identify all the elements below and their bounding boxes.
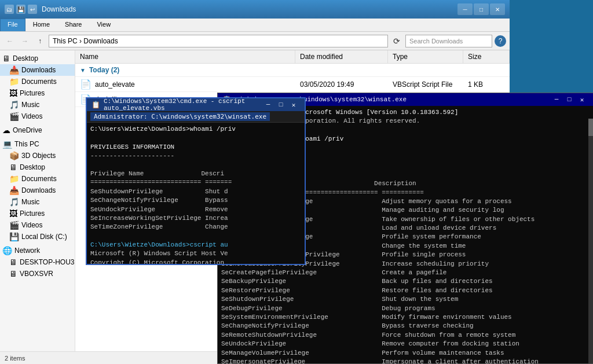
documents-icon: 📁 bbox=[9, 77, 19, 86]
sidebar-label: OneDrive bbox=[13, 126, 42, 134]
help-button[interactable]: ? bbox=[495, 35, 506, 47]
sidebar: 🖥 Desktop 📥 Downloads 📁 Documents 🖼 Pict… bbox=[0, 50, 75, 351]
col-name[interactable]: Name bbox=[75, 50, 295, 63]
sidebar-item-onedrive[interactable]: ☁ OneDrive bbox=[0, 124, 75, 136]
sidebar-item-music2[interactable]: 🎵 Music bbox=[0, 196, 75, 208]
maximize-button[interactable]: □ bbox=[474, 3, 489, 15]
tab-file[interactable]: File bbox=[0, 19, 25, 31]
minimize-button[interactable]: ─ bbox=[457, 3, 473, 15]
sidebar-item-desktop-hou[interactable]: 🖥 DESKTOP-HOU3 bbox=[0, 256, 75, 268]
sidebar-item-documents[interactable]: 📁 Documents bbox=[0, 76, 75, 87]
sidebar-item-downloads2[interactable]: 📥 Downloads bbox=[0, 185, 75, 196]
admin-overlay-bar: Administrator: C:\windows\system32\winsa… bbox=[87, 111, 305, 123]
sidebar-item-downloads[interactable]: 📥 Downloads bbox=[0, 64, 75, 76]
network-icon: 🌐 bbox=[2, 246, 12, 255]
quick-access-icon[interactable]: 🗂 bbox=[5, 5, 14, 14]
titlebar-controls: ─ □ ✕ bbox=[457, 3, 505, 15]
sidebar-item-videos2[interactable]: 🎬 Videos bbox=[0, 219, 75, 231]
tab-share[interactable]: Share bbox=[57, 19, 89, 31]
sidebar-item-desktop-quick[interactable]: 🖥 Desktop bbox=[0, 53, 75, 64]
col-date[interactable]: Date modified bbox=[295, 50, 388, 63]
sidebar-item-pictures[interactable]: 🖼 Pictures bbox=[0, 87, 75, 99]
sidebar-item-music[interactable]: 🎵 Music bbox=[0, 99, 75, 111]
cmd-user-window[interactable]: 📋 C:\Windows\System32\cmd.exe - cscript … bbox=[86, 97, 306, 265]
desktop-hou-icon: 🖥 bbox=[9, 258, 17, 267]
cmd-admin-close[interactable]: ✕ bbox=[576, 94, 588, 105]
thispc-icon: 💻 bbox=[2, 139, 12, 149]
user-line-3: PRIVILEGES INFORMATION bbox=[90, 143, 301, 152]
sidebar-item-desktop2[interactable]: 🖥 Desktop bbox=[0, 161, 75, 173]
user-line-16: Copyright (C) Microsoft Corporation bbox=[90, 259, 301, 264]
sidebar-label: Pictures bbox=[20, 209, 45, 218]
sidebar-item-videos[interactable]: 🎬 Videos bbox=[0, 111, 75, 122]
sidebar-label: Music bbox=[21, 198, 39, 206]
sidebar-item-vboxsvr[interactable]: 🖥 VBOXSVR bbox=[0, 268, 75, 280]
address-path[interactable]: This PC › Downloads bbox=[49, 35, 388, 47]
file-name-text: auto_elevate bbox=[95, 80, 135, 89]
user-line-9: SeChangeNotifyPrivilege Bypass bbox=[90, 196, 301, 205]
sidebar-label: Documents bbox=[21, 175, 57, 183]
cmd-line-25: SeChangeNotifyPrivilege Bypass traverse … bbox=[221, 322, 590, 330]
file-row-auto-elevate[interactable]: 📄 auto_elevate 03/05/2020 19:49 VBScript… bbox=[75, 77, 510, 92]
music2-icon: 🎵 bbox=[9, 197, 19, 207]
group-chevron: ▼ bbox=[80, 67, 86, 73]
cmd-line-21: SeRestorePrivilege Restore files and dir… bbox=[221, 286, 590, 295]
forward-button[interactable]: → bbox=[19, 35, 31, 47]
cmd-admin-maximize[interactable]: □ bbox=[563, 94, 576, 105]
user-line-15: Microsoft (R) Windows Script Host Ve bbox=[90, 249, 301, 258]
user-line-1: C:\Users\Wietze\Downloads>whoami /priv bbox=[90, 125, 301, 134]
sidebar-label: Desktop bbox=[13, 54, 38, 62]
search-box[interactable]: Search Downloads bbox=[405, 35, 492, 47]
sidebar-label: This PC bbox=[14, 140, 39, 148]
cmd-user-maximize[interactable]: □ bbox=[274, 100, 287, 110]
sidebar-item-thispc[interactable]: 💻 This PC bbox=[0, 138, 75, 150]
user-line-11: SeIncreaseWorkingSetPrivilege Increa bbox=[90, 214, 301, 223]
back-button[interactable]: ← bbox=[3, 35, 16, 47]
group-label: Today (2) bbox=[89, 66, 119, 74]
refresh-button[interactable]: ⟳ bbox=[390, 35, 403, 47]
cmd-line-19: SeCreatePagefilePrivilege Create a pagef… bbox=[221, 269, 590, 277]
sidebar-label: Music bbox=[21, 101, 39, 109]
col-size[interactable]: Size bbox=[463, 50, 510, 63]
sidebar-item-network[interactable]: 🌐 Network bbox=[0, 245, 75, 256]
user-line-14: C:\Users\Wietze\Downloads>cscript au bbox=[90, 241, 301, 249]
user-line-2 bbox=[90, 134, 301, 142]
cmd-line-24: SeSystemEnvironmentPrivilege Modify firm… bbox=[221, 313, 590, 322]
pictures2-icon: 🖼 bbox=[9, 209, 17, 218]
cmd-admin-minimize[interactable]: ─ bbox=[550, 94, 563, 105]
cmd-user-close[interactable]: ✕ bbox=[287, 100, 300, 110]
explorer-title: Downloads bbox=[42, 5, 457, 13]
quick-undo-icon[interactable]: ↩ bbox=[28, 5, 37, 14]
cmd-user-icon: 📋 bbox=[91, 101, 100, 109]
sidebar-item-localdisk[interactable]: 💾 Local Disk (C:) bbox=[0, 231, 75, 242]
vboxsvr-icon: 🖥 bbox=[9, 269, 17, 278]
sidebar-label: Downloads bbox=[21, 186, 56, 194]
cmd-user-title: C:\Windows\System32\cmd.exe - cscript au… bbox=[104, 98, 262, 112]
close-button[interactable]: ✕ bbox=[490, 3, 505, 15]
explorer-titlebar: 🗂 💾 ↩ Downloads ─ □ ✕ bbox=[0, 0, 510, 19]
cmd-admin-scrollbar-thumb bbox=[588, 119, 593, 136]
cmd-line-29: SeImpersonatePrivilege Impersonate a cli… bbox=[221, 358, 590, 363]
up-button[interactable]: ↑ bbox=[34, 35, 46, 47]
cmd-user-minimize[interactable]: ─ bbox=[262, 100, 274, 110]
user-line-12: SeTimeZonePrivilege Change bbox=[90, 223, 301, 231]
sidebar-item-documents2[interactable]: 📁 Documents bbox=[0, 173, 75, 185]
onedrive-icon: ☁ bbox=[2, 126, 10, 135]
tab-view[interactable]: View bbox=[89, 19, 118, 31]
tab-home[interactable]: Home bbox=[25, 19, 57, 31]
localdisk-icon: 💾 bbox=[9, 232, 19, 241]
admin-title-text: Administrator: C:\windows\system32\winsa… bbox=[90, 112, 270, 121]
user-line-8: SeShutdownPrivilege Shut d bbox=[90, 187, 301, 196]
cmd-admin-scrollbar[interactable] bbox=[588, 119, 593, 363]
address-text: This PC › Downloads bbox=[53, 37, 118, 45]
address-bar: ← → ↑ This PC › Downloads ⟳ Search Downl… bbox=[0, 32, 510, 50]
sidebar-item-pictures2[interactable]: 🖼 Pictures bbox=[0, 208, 75, 219]
col-type[interactable]: Type bbox=[388, 50, 463, 63]
downloads-icon: 📥 bbox=[9, 65, 19, 75]
sidebar-item-3dobjects[interactable]: 📦 3D Objects bbox=[0, 150, 75, 161]
cmd-line-27: SeUndockPrivilege Remove computer from d… bbox=[221, 340, 590, 348]
quick-save-icon[interactable]: 💾 bbox=[16, 5, 25, 14]
group-header-today: ▼ Today (2) bbox=[75, 64, 510, 77]
file-list-header: Name Date modified Type Size bbox=[75, 50, 510, 64]
cmd-line-26: SeRemoteShutdownPrivilege Force shutdown… bbox=[221, 331, 590, 340]
